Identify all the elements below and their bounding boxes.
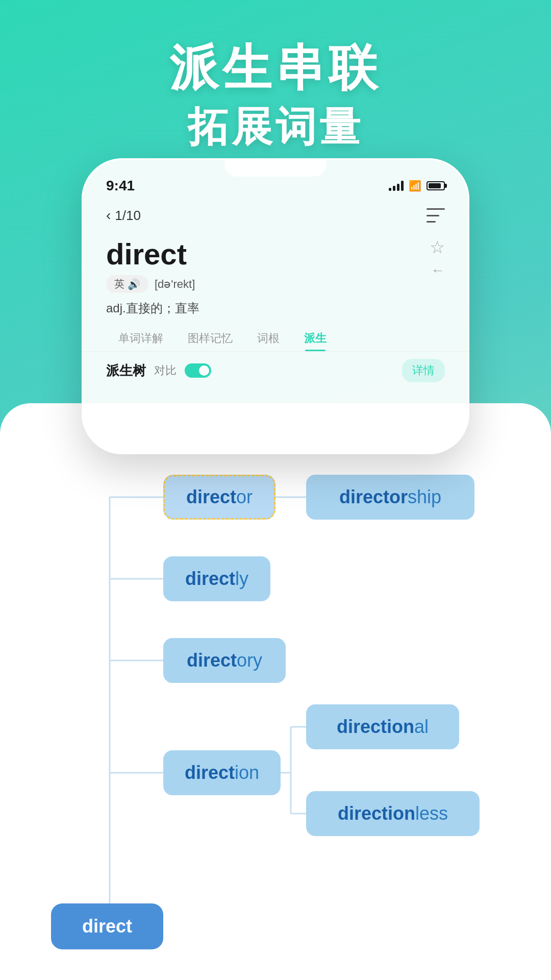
filter-icon[interactable] [427, 208, 445, 223]
header-line1: 派生串联 [0, 41, 551, 95]
lang-label: 英 [114, 277, 124, 291]
lang-badge[interactable]: 英 🔊 [106, 275, 148, 293]
filter-line-3 [427, 221, 436, 223]
signal-bar-1 [389, 188, 391, 191]
node-directorship-label: directorship [339, 486, 441, 508]
sound-icon: 🔊 [128, 278, 140, 290]
node-directionless[interactable]: directionless [306, 791, 480, 836]
node-directionless-label: directionless [338, 803, 448, 824]
paisheng-row: 派生树 对比 详情 [82, 352, 469, 389]
word-section: direct ☆ ← 英 🔊 [də'rekt] adj.直接的；直率 [82, 232, 469, 316]
back-nav[interactable]: ‹ 1/10 [106, 207, 141, 224]
battery-icon [427, 181, 445, 190]
tab-word-detail[interactable]: 单词详解 [106, 326, 176, 351]
back-arrow-icon[interactable]: ← [431, 262, 445, 279]
node-director-label: director [186, 486, 253, 508]
signal-bar-2 [393, 186, 395, 191]
word-definition: adj.直接的；直率 [106, 300, 445, 316]
node-direction-label: direction [185, 762, 259, 783]
clock: 9:41 [106, 178, 135, 194]
filter-line-2 [427, 215, 439, 216]
tabs-bar: 单词详解 图样记忆 词根 派生 [82, 326, 469, 352]
detail-button[interactable]: 详情 [402, 359, 445, 382]
phone-frame: 9:41 📶 ‹ 1/10 direct ☆ ← [82, 158, 469, 454]
chevron-left-icon: ‹ [106, 207, 111, 224]
word-title: direct [106, 237, 445, 271]
tab-image-memory[interactable]: 图样记忆 [176, 326, 245, 351]
tab-root[interactable]: 词根 [245, 326, 292, 351]
node-directional-label: directional [337, 716, 429, 738]
signal-bar-4 [401, 181, 404, 191]
signal-bar-3 [397, 184, 399, 191]
wifi-icon: 📶 [409, 180, 421, 192]
node-direct-label: direct [82, 916, 132, 937]
page-counter: 1/10 [115, 208, 141, 224]
node-direct[interactable]: direct [51, 903, 163, 949]
node-direction[interactable]: direction [163, 750, 281, 795]
node-directly[interactable]: directly [163, 556, 270, 601]
paisheng-title: 派生树 [106, 362, 146, 380]
star-icon[interactable]: ☆ [430, 237, 445, 257]
signal-icon [389, 181, 404, 191]
phonetic: [də'rekt] [155, 278, 195, 291]
duibi-label: 对比 [154, 363, 177, 378]
nav-bar: ‹ 1/10 [82, 199, 469, 232]
status-icons: 📶 [389, 180, 445, 192]
node-directional[interactable]: directional [306, 704, 459, 749]
node-directory[interactable]: directory [163, 638, 286, 683]
tree-diagram: direct director directorship directly di… [31, 434, 520, 970]
node-director[interactable]: director [163, 475, 276, 520]
filter-line-1 [427, 208, 445, 210]
header-line2: 拓展词量 [0, 100, 551, 155]
node-directory-label: directory [187, 650, 262, 671]
pronunciation-row: 英 🔊 [də'rekt] [106, 275, 445, 293]
phone-notch [224, 158, 327, 177]
tab-derivative[interactable]: 派生 [292, 326, 339, 351]
node-directly-label: directly [185, 568, 248, 590]
word-tree-card: direct director directorship directly di… [0, 403, 551, 980]
compare-toggle[interactable] [185, 363, 211, 378]
node-directorship[interactable]: directorship [306, 475, 474, 520]
